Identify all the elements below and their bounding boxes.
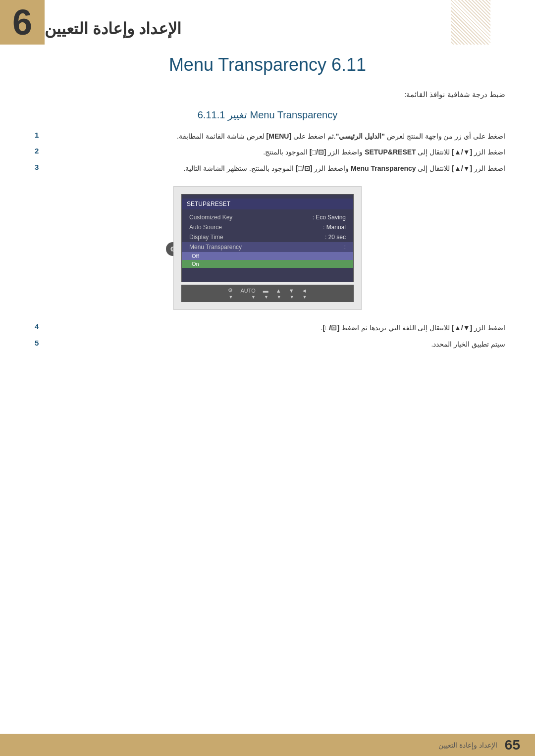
chapter-number: 6: [0, 0, 45, 45]
step-4: اضغط الزر [▼/▲] للانتقال إلى اللغة التي …: [30, 322, 505, 333]
step-4-text: اضغط الزر [▼/▲] للانتقال إلى اللغة التي …: [50, 322, 505, 333]
step-3-text: اضغط الزر [▼/▲] للانتقال إلى Menu Transp…: [50, 163, 505, 174]
step-5: سيتم تطبيق الخيار المحدد. 5: [30, 339, 505, 350]
customized-key-label: Customized Key: [189, 214, 232, 221]
steps-container: اضغط على أي زر من واجهة المنتج لعرض "الد…: [30, 131, 505, 174]
menu-transparency-label: Menu Transparency: [189, 244, 242, 251]
menu-title-bar: SETUP&RESET: [182, 199, 353, 209]
menu-row-displaytime: Display Time : 20 sec: [182, 232, 353, 242]
step-2-number: 2: [35, 147, 50, 155]
auto-source-value: : Manual: [323, 224, 346, 231]
step-1: اضغط على أي زر من واجهة المنتج لعرض "الد…: [30, 131, 505, 142]
dropdown-option-on: On: [182, 260, 353, 268]
chapter-header: الإعداد وإعادة التعيين 6: [0, 0, 535, 45]
menu-row-autosource: Auto Source : Manual: [182, 222, 353, 232]
footer-page-number: 65: [505, 737, 520, 753]
step-1-text: اضغط على أي زر من واجهة المنتج لعرض "الد…: [50, 131, 505, 142]
step-2: اضغط الزر [▼/▲] للانتقال إلى SETUP&RESET…: [30, 147, 505, 157]
main-content: Menu Transparency 6.11 ضبط درجة شفافية ن…: [0, 0, 535, 394]
monitor-screen: SETUP&RESET Customized Key : Eco Saving …: [173, 186, 362, 310]
menu-row-customized: Customized Key : Eco Saving: [182, 212, 353, 222]
ctrl-btn-up: ▲▼: [276, 288, 281, 300]
step-5-text: سيتم تطبيق الخيار المحدد.: [50, 339, 505, 350]
auto-source-label: Auto Source: [189, 224, 222, 231]
step-1-number: 1: [35, 131, 50, 139]
ctrl-btn-enter: ▬▼: [263, 288, 268, 300]
page-footer: الإعداد وإعادة التعيين 65: [0, 734, 535, 756]
step-5-number: 5: [35, 339, 50, 347]
header-decoration: [451, 0, 490, 45]
monitor-controls-bar: ◄▼ ▼▼ ▲▼ ▬▼ AUTO▼ ⚙▼: [181, 285, 354, 302]
ctrl-btn-back: ◄▼: [302, 288, 307, 300]
ctrl-btn-auto: AUTO▼: [240, 288, 255, 300]
menu-panel: SETUP&RESET Customized Key : Eco Saving …: [181, 194, 354, 282]
section-title: Menu Transparency 6.11: [30, 54, 505, 75]
monitor-illustration: ⚙ SETUP&RESET Customized Key : Eco Savin…: [30, 186, 505, 310]
footer-chapter-label: الإعداد وإعادة التعيين: [438, 741, 497, 749]
display-time-value: : 20 sec: [325, 234, 346, 241]
step-3: اضغط الزر [▼/▲] للانتقال إلى Menu Transp…: [30, 163, 505, 174]
section-description: ضبط درجة شفافية نوافذ القائمة:: [30, 90, 505, 99]
step-4-number: 4: [35, 322, 50, 331]
customized-key-value: : Eco Saving: [313, 214, 346, 221]
step-3-number: 3: [35, 163, 50, 171]
display-time-label: Display Time: [189, 234, 223, 241]
ctrl-btn-down: ▼▼: [289, 288, 294, 300]
ctrl-btn-power: ⚙▼: [228, 287, 233, 300]
steps-lower-container: اضغط الزر [▼/▲] للانتقال إلى اللغة التي …: [30, 322, 505, 350]
chapter-title: الإعداد وإعادة التعيين: [45, 19, 181, 38]
dropdown-option-off: Off: [182, 252, 353, 260]
menu-row-transparency: Menu Transparency :: [182, 242, 353, 252]
step-2-text: اضغط الزر [▼/▲] للانتقال إلى SETUP&RESET…: [50, 147, 505, 157]
subsection-title: 6.11.1 تغيير Menu Transparency: [30, 109, 505, 121]
menu-transparency-colon: :: [344, 244, 346, 251]
